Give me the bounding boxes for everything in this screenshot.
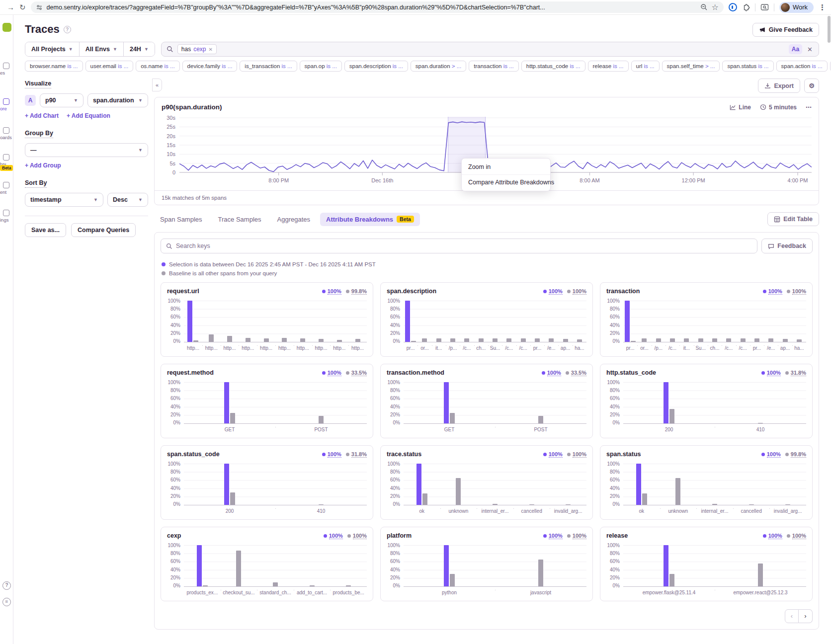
sidebar-item-oards[interactable]: oards [0,127,13,140]
filter-chip[interactable]: browser.name is ... [25,61,83,72]
filter-chip[interactable]: is_transaction is ... [240,61,297,72]
bar-group[interactable] [623,464,660,505]
tab-span-samples[interactable]: Span Samples [154,213,208,226]
add-equation-button[interactable]: + Add Equation [67,112,110,119]
case-sensitivity-button[interactable]: Aa [789,44,802,54]
sentry-logo[interactable] [2,23,11,32]
bar-group[interactable] [495,382,586,423]
filter-chip[interactable]: device.family is ... [182,61,238,72]
site-settings-icon[interactable] [36,4,43,11]
selection-percent-link[interactable]: 100% [768,533,782,539]
edit-table-button[interactable]: Edit Table [767,212,819,226]
chart-more-button[interactable]: ⋯ [806,104,812,111]
baseline-percent-link[interactable]: 31.8% [791,370,806,376]
context-menu-item-compare-attribute-breakdowns[interactable]: Compare Attribute Breakdowns [462,175,550,190]
bar-group[interactable] [573,301,586,342]
bar-group[interactable] [446,301,460,342]
filter-chip[interactable]: span.status is ... [722,61,773,72]
bar-group[interactable] [184,545,221,586]
preferences-icon[interactable]: ≡ [2,598,11,606]
bar-group[interactable] [184,464,275,505]
filter-chip[interactable]: span.self_time > ... [662,61,720,72]
filter-chip[interactable]: url is ... [631,61,660,72]
baseline-percent-link[interactable]: 100% [573,533,586,539]
search-keys-input[interactable] [176,242,752,249]
bar-group[interactable] [516,301,530,342]
bar-group[interactable] [432,301,446,342]
breakdown-plot[interactable] [184,301,367,342]
query-search-bar[interactable]: has cexp ✕ Aa ✕ [161,42,819,57]
bar-group[interactable] [184,301,202,342]
filter-chip[interactable]: transaction is ... [469,61,519,72]
bar-group[interactable] [530,301,544,342]
selection-percent-link[interactable]: 100% [767,451,781,458]
baseline-percent-link[interactable]: 100% [792,533,806,539]
project-filter[interactable]: All Projects▼ [25,42,80,56]
bar-group[interactable] [715,382,806,423]
bar-group[interactable] [275,382,367,423]
bar-group[interactable] [221,301,239,342]
breakdown-plot[interactable] [184,382,367,424]
bar-group[interactable] [513,464,550,505]
filter-chip[interactable]: release is ... [588,61,629,72]
breakdown-plot[interactable] [623,545,806,587]
bar-group[interactable] [696,464,733,505]
selection-percent-link[interactable]: 100% [767,370,781,376]
bar-group[interactable] [239,301,257,342]
selection-percent-link[interactable]: 100% [328,451,341,458]
bar-group[interactable] [257,301,275,342]
chart-settings-button[interactable]: ⚙ [804,79,819,93]
bar-group[interactable] [722,301,736,342]
baseline-percent-link[interactable]: 100% [573,288,586,295]
sidebar-item-ore[interactable]: ore [0,98,13,111]
breakdown-plot[interactable] [623,301,806,342]
bar-group[interactable] [550,464,586,505]
field-select[interactable]: span.duration▼ [87,93,148,107]
tab-aggregates[interactable]: Aggregates [271,213,317,226]
tab-attribute-breakdowns[interactable]: Attribute BreakdownsBeta [320,213,420,226]
bar-group[interactable] [184,382,275,423]
chart-type-button[interactable]: Line [730,104,751,111]
baseline-percent-link[interactable]: 33.5% [351,370,367,376]
bookmark-star-icon[interactable]: ☆ [712,3,719,11]
help-icon[interactable]: ? [2,581,11,590]
bar-group[interactable] [330,545,367,586]
sort-direction-select[interactable]: Desc▼ [107,193,148,207]
baseline-percent-link[interactable]: 99.8% [791,451,806,458]
bar-group[interactable] [488,301,502,342]
bar-group[interactable] [750,301,764,342]
filter-chip[interactable]: span.op is ... [300,61,342,72]
extensions-icon[interactable] [742,3,750,11]
next-page-button[interactable]: › [799,609,813,623]
export-button[interactable]: Export [758,79,800,93]
bar-group[interactable] [202,301,221,342]
search-token[interactable]: has cexp ✕ [177,44,217,54]
filter-chip[interactable]: user.email is ... [85,61,134,72]
browser-scrollbar[interactable] [827,15,831,644]
date-range-filter[interactable]: 24H▼ [124,42,155,56]
bar-group[interactable] [312,301,331,342]
key-search-bar[interactable] [161,239,757,253]
filter-chip[interactable]: http.status_code is ... [521,61,585,72]
forward-icon[interactable]: → [7,3,14,11]
breakdown-plot[interactable] [404,545,586,587]
give-feedback-button[interactable]: Give Feedback [752,23,819,37]
bar-group[interactable] [221,545,257,586]
aggregate-select[interactable]: p90▼ [40,93,83,107]
baseline-percent-link[interactable]: 33.5% [571,370,586,376]
interval-button[interactable]: 5 minutes [760,104,797,111]
selection-percent-link[interactable]: 100% [768,288,782,295]
save-as-button[interactable]: Save as... [25,223,66,237]
selection-percent-link[interactable]: 100% [549,533,563,539]
bar-group[interactable] [769,464,806,505]
bar-group[interactable] [792,301,806,342]
breakdown-plot[interactable] [184,545,367,587]
bar-group[interactable] [275,464,367,505]
bar-group[interactable] [665,301,679,342]
selection-percent-link[interactable]: 100% [549,288,563,295]
bar-group[interactable] [348,301,367,342]
bar-group[interactable] [778,301,792,342]
bar-group[interactable] [404,464,440,505]
bar-group[interactable] [495,545,586,586]
bar-group[interactable] [417,301,431,342]
